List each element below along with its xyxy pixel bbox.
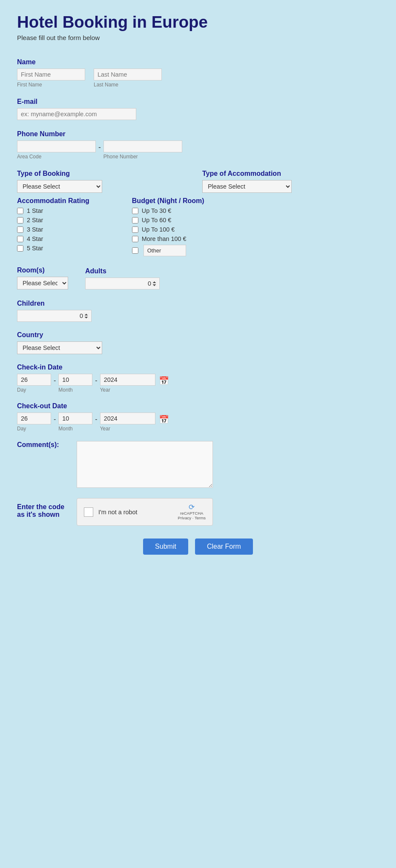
area-code-sublabel: Area Code xyxy=(17,154,96,160)
checkin-day-input[interactable] xyxy=(17,374,51,386)
budget-other-checkbox[interactable] xyxy=(132,247,138,254)
star-5-checkbox[interactable] xyxy=(17,245,23,252)
captcha-checkbox[interactable] xyxy=(84,507,93,517)
captcha-widget[interactable]: I'm not a robot ⟳ reCAPTCHA Privacy · Te… xyxy=(77,498,213,526)
children-label: Children xyxy=(17,300,379,307)
area-code-input[interactable] xyxy=(17,140,96,152)
accommodation-type-label: Type of Accommodation xyxy=(202,170,379,178)
budget-100-label: Up To 100 € xyxy=(142,226,175,233)
checkin-label: Check-in Date xyxy=(17,364,379,371)
budget-100-checkbox[interactable] xyxy=(132,226,138,233)
phone-number-input[interactable] xyxy=(103,140,182,152)
star-2-checkbox[interactable] xyxy=(17,217,23,223)
checkout-calendar-icon[interactable]: 📅 xyxy=(159,415,169,424)
booking-type-label: Type of Booking xyxy=(17,170,194,178)
budget-30-label: Up To 30 € xyxy=(142,207,171,214)
budget-more-checkbox[interactable] xyxy=(132,236,138,242)
phone-separator: - xyxy=(98,143,101,152)
checkin-calendar-icon[interactable]: 📅 xyxy=(159,376,169,386)
star-3-label: 3 Star xyxy=(27,226,43,233)
page-title: Hotel Booking in Europe xyxy=(17,13,379,32)
email-input[interactable] xyxy=(17,108,136,120)
star-1-label: 1 Star xyxy=(27,207,43,214)
recaptcha-sub: Privacy · Terms xyxy=(178,516,206,520)
checkin-month-label: Month xyxy=(58,387,92,393)
first-name-input[interactable] xyxy=(17,69,85,80)
checkout-day-label: Day xyxy=(17,426,51,432)
budget-other-item[interactable] xyxy=(132,245,204,256)
phone-number-sublabel: Phone Number xyxy=(103,154,182,160)
country-select[interactable]: Please Select France Germany Italy Spain… xyxy=(17,341,102,354)
budget-group: Up To 30 € Up To 60 € Up To 100 € More t… xyxy=(132,207,204,256)
checkout-year-label: Year xyxy=(100,426,155,432)
checkin-day-label: Day xyxy=(17,387,51,393)
checkin-month-input[interactable] xyxy=(58,374,92,386)
phone-label: Phone Number xyxy=(17,130,379,138)
checkout-month-label: Month xyxy=(58,426,92,432)
checkin-year-label: Year xyxy=(100,387,155,393)
star-1-item[interactable]: 1 Star xyxy=(17,207,89,214)
rooms-label: Room(s) xyxy=(17,266,68,274)
recaptcha-brand: reCAPTCHA xyxy=(180,511,203,516)
page-subtitle: Please fill out the form below xyxy=(17,34,379,41)
booking-type-select[interactable]: Please Select Hotel Hostel Apartment Vil… xyxy=(17,180,102,193)
budget-more-item[interactable]: More than 100 € xyxy=(132,235,204,242)
budget-label: Budget (Night / Room) xyxy=(132,197,204,205)
star-3-checkbox[interactable] xyxy=(17,226,23,233)
star-5-label: 5 Star xyxy=(27,245,43,252)
adults-label: Adults xyxy=(85,267,160,275)
star-2-label: 2 Star xyxy=(27,217,43,223)
star-4-label: 4 Star xyxy=(27,235,43,242)
budget-more-label: More than 100 € xyxy=(142,235,187,242)
comments-textarea[interactable] xyxy=(77,441,213,488)
adults-input[interactable] xyxy=(85,278,160,289)
stars-group: 1 Star 2 Star 3 Star 4 Star 5 Star xyxy=(17,207,89,252)
form-buttons: Submit Clear Form xyxy=(17,539,379,555)
captcha-label: Enter the code as it's shown xyxy=(17,503,68,519)
country-label: Country xyxy=(17,331,379,339)
star-3-item[interactable]: 3 Star xyxy=(17,226,89,233)
budget-30-checkbox[interactable] xyxy=(132,208,138,214)
rooms-select[interactable]: Please Select 1 2 3 4 5 xyxy=(17,277,68,289)
budget-30-item[interactable]: Up To 30 € xyxy=(132,207,204,214)
checkin-year-input[interactable] xyxy=(100,374,155,386)
budget-60-checkbox[interactable] xyxy=(132,217,138,223)
star-5-item[interactable]: 5 Star xyxy=(17,245,89,252)
checkin-sep1: - xyxy=(51,374,58,384)
budget-60-label: Up To 60 € xyxy=(142,217,171,223)
comments-label: Comment(s): xyxy=(17,441,68,449)
checkout-sep2: - xyxy=(92,413,100,423)
star-4-item[interactable]: 4 Star xyxy=(17,235,89,242)
children-input[interactable] xyxy=(17,310,92,322)
first-name-sublabel: First Name xyxy=(17,82,85,88)
submit-button[interactable]: Submit xyxy=(143,539,188,555)
star-1-checkbox[interactable] xyxy=(17,208,23,214)
checkout-sep1: - xyxy=(51,413,58,423)
accommodation-type-select[interactable]: Please Select Single Room Double Room Su… xyxy=(202,180,292,193)
star-4-checkbox[interactable] xyxy=(17,236,23,242)
last-name-input[interactable] xyxy=(94,69,162,80)
recaptcha-icon: ⟳ xyxy=(189,504,195,511)
checkin-sep2: - xyxy=(92,374,100,384)
budget-other-input[interactable] xyxy=(143,245,186,256)
checkout-year-input[interactable] xyxy=(100,413,155,424)
checkout-label: Check-out Date xyxy=(17,402,379,410)
last-name-sublabel: Last Name xyxy=(94,82,162,88)
name-label: Name xyxy=(17,58,379,66)
rating-label: Accommodatin Rating xyxy=(17,197,89,205)
budget-60-item[interactable]: Up To 60 € xyxy=(132,217,204,223)
budget-100-item[interactable]: Up To 100 € xyxy=(132,226,204,233)
clear-button[interactable]: Clear Form xyxy=(195,539,253,555)
recaptcha-logo: ⟳ reCAPTCHA Privacy · Terms xyxy=(178,504,206,520)
checkout-month-input[interactable] xyxy=(58,413,92,424)
checkout-day-input[interactable] xyxy=(17,413,51,424)
star-2-item[interactable]: 2 Star xyxy=(17,217,89,223)
captcha-text: I'm not a robot xyxy=(98,509,138,516)
email-label: E-mail xyxy=(17,98,379,106)
